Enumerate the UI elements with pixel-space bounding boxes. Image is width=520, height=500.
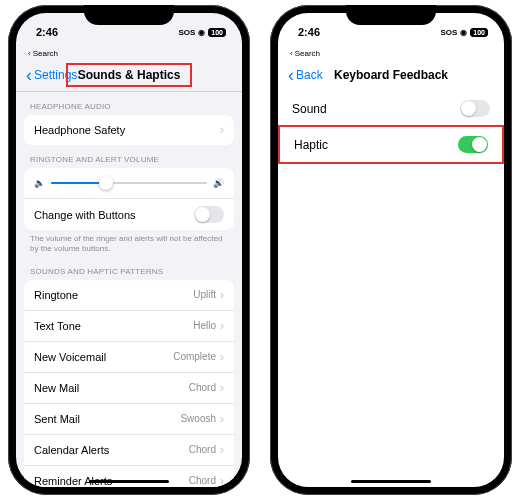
pattern-value: Uplift <box>193 288 224 302</box>
row-pattern[interactable]: New MailChord <box>24 372 234 403</box>
pattern-label: Text Tone <box>34 320 81 332</box>
phone-right: 2:46 SOS ◉ 100 Search Back Keyboard Feed… <box>270 5 512 495</box>
back-button[interactable]: Back <box>288 68 323 82</box>
pattern-label: Calendar Alerts <box>34 444 109 456</box>
pattern-label: New Voicemail <box>34 351 106 363</box>
toggle-sound[interactable] <box>460 100 490 117</box>
sos-indicator: SOS <box>440 28 457 37</box>
row-pattern[interactable]: Text ToneHello <box>24 310 234 341</box>
phone-left: 2:46 SOS ◉ 100 Search Settings Sounds & … <box>8 5 250 495</box>
pattern-value: Chord <box>189 443 224 457</box>
row-sound[interactable]: Sound <box>278 91 504 127</box>
section-header-patterns: SOUNDS AND HAPTIC PATTERNS <box>16 257 242 280</box>
chevron-icon <box>220 123 224 137</box>
pattern-value: Swoosh <box>180 412 224 426</box>
row-headphone-safety[interactable]: Headphone Safety <box>24 115 234 145</box>
speaker-low-icon: 🔈 <box>34 178 45 188</box>
volume-slider-row: 🔈 🔊 <box>24 168 234 198</box>
row-pattern[interactable]: Reminder AlertsChord <box>24 465 234 487</box>
row-pattern[interactable]: RingtoneUplift <box>24 280 234 310</box>
row-pattern[interactable]: Sent MailSwoosh <box>24 403 234 434</box>
notch <box>346 5 436 25</box>
volume-slider[interactable] <box>51 182 207 184</box>
speaker-high-icon: 🔊 <box>213 178 224 188</box>
row-pattern[interactable]: New VoicemailComplete <box>24 341 234 372</box>
section-header-ringtone: RINGTONE AND ALERT VOLUME <box>16 145 242 168</box>
status-time: 2:46 <box>298 26 320 38</box>
back-button[interactable]: Settings <box>26 68 77 82</box>
battery-indicator: 100 <box>208 28 226 37</box>
wifi-icon: ◉ <box>460 28 467 37</box>
status-time: 2:46 <box>36 26 58 38</box>
pattern-label: Ringtone <box>34 289 78 301</box>
home-indicator[interactable] <box>89 480 169 483</box>
toggle-change-buttons[interactable] <box>194 206 224 223</box>
pattern-value: Chord <box>189 474 224 487</box>
row-haptic[interactable]: Haptic <box>278 125 504 164</box>
sound-label: Sound <box>292 102 327 116</box>
battery-indicator: 100 <box>470 28 488 37</box>
notch <box>84 5 174 25</box>
breadcrumb[interactable]: Search <box>16 47 242 59</box>
navbar: Settings Sounds & Haptics <box>16 59 242 92</box>
pattern-value: Chord <box>189 381 224 395</box>
home-indicator[interactable] <box>351 480 431 483</box>
pattern-value: Complete <box>173 350 224 364</box>
haptic-label: Haptic <box>294 138 328 152</box>
row-change-with-buttons[interactable]: Change with Buttons <box>24 198 234 230</box>
toggle-haptic[interactable] <box>458 136 488 153</box>
pattern-label: New Mail <box>34 382 79 394</box>
sos-indicator: SOS <box>178 28 195 37</box>
pattern-label: Sent Mail <box>34 413 80 425</box>
section-footer-volume: The volume of the ringer and alerts will… <box>16 230 242 257</box>
row-pattern[interactable]: Calendar AlertsChord <box>24 434 234 465</box>
navbar: Back Keyboard Feedback <box>278 59 504 91</box>
pattern-value: Hello <box>193 319 224 333</box>
breadcrumb[interactable]: Search <box>278 47 504 59</box>
wifi-icon: ◉ <box>198 28 205 37</box>
section-header-headphone: HEADPHONE AUDIO <box>16 92 242 115</box>
